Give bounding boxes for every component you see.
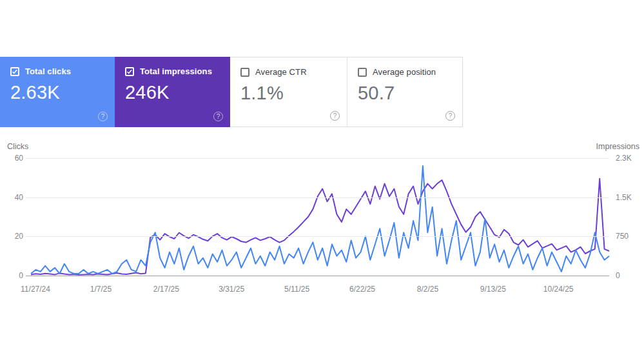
right-axis-tick: 1.5K (616, 193, 643, 202)
card-value: 50.7 (358, 83, 452, 104)
metric-cards-row: Total clicks 2.63K ? Total impressions 2… (0, 57, 463, 127)
checkbox-checked-icon[interactable] (10, 67, 19, 76)
gridline (26, 276, 609, 276)
card-average-position-header: Average position (358, 67, 452, 77)
x-axis-tick: 9/13/25 (480, 285, 506, 294)
chart-plot-area[interactable] (26, 158, 609, 276)
gridline (26, 158, 609, 159)
checkbox-checked-icon[interactable] (125, 67, 134, 76)
x-axis-tick: 6/22/25 (349, 285, 375, 294)
right-axis-tick: 750 (616, 232, 643, 241)
gridline (26, 236, 609, 237)
card-label: Average position (373, 67, 436, 77)
x-axis-tick: 11/27/24 (21, 285, 50, 294)
card-label: Average CTR (255, 67, 307, 77)
card-average-ctr[interactable]: Average CTR 1.1% ? (230, 57, 347, 127)
x-axis-tick: 8/2/25 (417, 285, 438, 294)
card-value: 2.63K (10, 82, 104, 103)
help-icon[interactable]: ? (445, 111, 455, 121)
x-axis-tick: 1/7/25 (90, 285, 112, 294)
card-total-impressions-header: Total impressions (125, 66, 220, 76)
x-axis-tick: 5/11/25 (284, 285, 309, 294)
left-axis-tick: 0 (4, 271, 23, 280)
gridline (26, 197, 609, 198)
chart-svg[interactable] (26, 158, 609, 276)
card-value: 1.1% (240, 83, 337, 104)
left-axis-tick: 60 (4, 154, 23, 163)
card-total-clicks[interactable]: Total clicks 2.63K ? (0, 57, 115, 127)
checkbox-unchecked-icon[interactable] (358, 68, 367, 77)
card-value: 246K (125, 82, 220, 103)
x-axis-tick: 2/17/25 (153, 285, 179, 294)
card-total-clicks-header: Total clicks (10, 66, 104, 76)
left-axis-tick: 20 (4, 232, 23, 241)
right-axis-tick: 2.3K (616, 154, 643, 163)
card-total-impressions[interactable]: Total impressions 246K ? (115, 57, 230, 127)
search-console-performance-page: Total clicks 2.63K ? Total impressions 2… (0, 0, 644, 364)
card-label: Total clicks (25, 66, 71, 76)
checkbox-unchecked-icon[interactable] (240, 68, 249, 77)
performance-chart[interactable]: 602.3K401.5K2075000 (0, 158, 644, 276)
left-axis-title: Clicks (7, 142, 28, 151)
card-average-position[interactable]: Average position 50.7 ? (347, 57, 463, 127)
series-line-clicks (31, 166, 609, 274)
help-icon[interactable]: ? (213, 112, 223, 121)
right-axis-title: Impressions (596, 142, 639, 151)
x-axis-tick: 10/24/25 (543, 285, 574, 294)
card-label: Total impressions (140, 66, 212, 76)
x-axis-tick-labels: 11/27/241/7/252/17/253/31/255/11/256/22/… (26, 285, 609, 295)
left-axis-tick: 40 (4, 193, 23, 202)
help-icon[interactable]: ? (98, 112, 108, 121)
card-average-ctr-header: Average CTR (240, 67, 337, 77)
right-axis-tick: 0 (616, 271, 643, 280)
x-axis-tick: 3/31/25 (219, 285, 244, 294)
help-icon[interactable]: ? (330, 111, 340, 121)
